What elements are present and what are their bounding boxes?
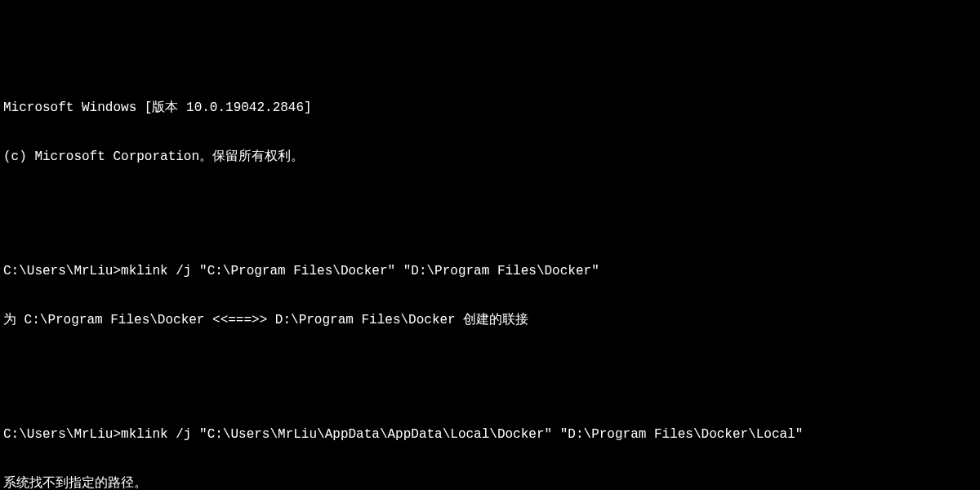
output-line: 系统找不到指定的路径。 <box>3 475 977 490</box>
command-text: mklink /j "C:\Program Files\Docker" "D:\… <box>121 264 599 278</box>
version-line: Microsoft Windows [版本 10.0.19042.2846] <box>3 100 977 116</box>
blank-line <box>3 198 977 214</box>
prompt: C:\Users\MrLiu> <box>3 427 121 442</box>
output-line: 为 C:\Program Files\Docker <<===>> D:\Pro… <box>3 312 977 328</box>
blank-line <box>3 361 977 377</box>
command-line: C:\Users\MrLiu>mklink /j "C:\Program Fil… <box>3 263 977 279</box>
terminal-window[interactable]: Microsoft Windows [版本 10.0.19042.2846] (… <box>3 67 977 490</box>
prompt: C:\Users\MrLiu> <box>3 264 121 278</box>
command-text: mklink /j "C:\Users\MrLiu\AppData\AppDat… <box>121 427 803 442</box>
copyright-line: (c) Microsoft Corporation。保留所有权利。 <box>3 149 977 165</box>
command-line: C:\Users\MrLiu>mklink /j "C:\Users\MrLiu… <box>3 426 977 443</box>
